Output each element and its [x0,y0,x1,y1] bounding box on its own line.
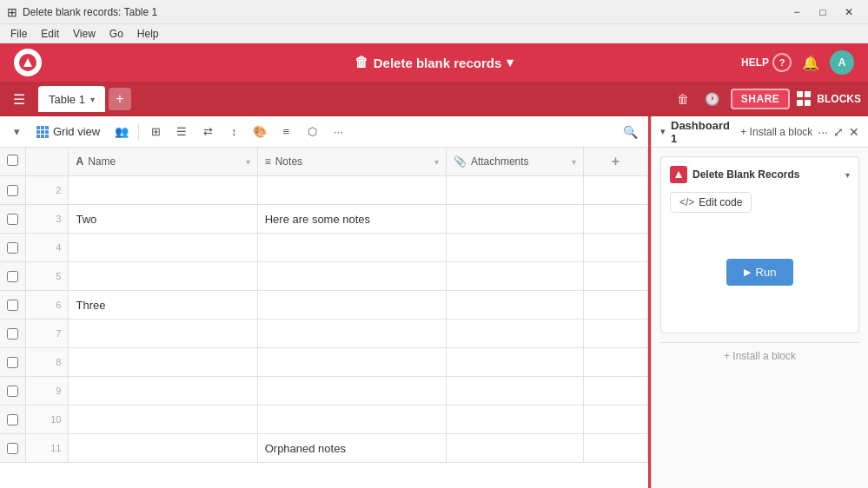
menu-help[interactable]: Help [130,26,166,42]
row-checkbox-cell[interactable] [0,348,26,377]
attachments-cell[interactable] [446,262,583,291]
title-dropdown-arrow[interactable]: ▾ [507,55,514,70]
group-button[interactable]: ⇄ [196,121,219,143]
tab-dropdown-arrow[interactable]: ▾ [90,95,95,104]
row-checkbox-cell[interactable] [0,234,26,262]
add-tab-button[interactable]: + [109,88,131,110]
notifications-bell-icon[interactable]: 🔔 [802,55,819,71]
attachments-cell[interactable] [446,434,583,463]
row-checkbox-cell[interactable] [0,320,26,348]
row-checkbox[interactable] [7,214,18,225]
row-checkbox-cell[interactable] [0,262,26,291]
notes-cell[interactable]: Orphaned notes [257,434,446,463]
minimize-button[interactable]: − [785,0,809,24]
block-dropdown-arrow[interactable]: ▾ [845,170,850,180]
row-checkbox[interactable] [7,357,18,368]
row-height-button[interactable]: ≡ [275,121,297,143]
notes-cell[interactable] [257,234,446,262]
attachments-cell[interactable] [446,377,583,406]
menu-file[interactable]: File [3,26,34,42]
blocks-button[interactable]: BLOCKS [797,91,861,107]
attachments-cell-content [447,377,583,405]
grid-view-button[interactable]: Grid view [30,122,107,141]
row-checkbox-cell[interactable] [0,291,26,320]
name-cell[interactable] [69,434,257,463]
row-checkbox[interactable] [7,443,18,454]
run-button[interactable]: ▶ Run [726,259,794,286]
add-view-button[interactable]: 👥 [110,121,133,143]
name-cell[interactable] [69,176,257,205]
sort-button[interactable]: ↕ [222,121,245,143]
notes-cell[interactable]: Here are some notes [257,205,446,234]
more-button[interactable]: ··· [327,121,349,143]
row-checkbox-cell[interactable] [0,176,26,205]
attachments-cell[interactable] [446,291,583,320]
menu-go[interactable]: Go [103,26,130,42]
name-cell[interactable] [69,406,257,434]
maximize-button[interactable]: □ [811,0,835,24]
notes-col-sort[interactable]: ▾ [434,157,439,167]
attachments-cell[interactable] [446,406,583,434]
attachments-cell[interactable] [446,348,583,377]
notes-cell[interactable] [257,348,446,377]
row-checkbox-cell[interactable] [0,377,26,406]
close-button[interactable]: ✕ [837,0,861,24]
sidebar-toggle-button[interactable]: ☰ [7,87,31,111]
notes-cell[interactable] [257,377,446,406]
row-checkbox-cell[interactable] [0,406,26,434]
row-checkbox[interactable] [7,185,18,196]
row-checkbox-cell[interactable] [0,205,26,234]
row-checkbox[interactable] [7,328,18,340]
help-button[interactable]: HELP ? [741,53,792,72]
table-tab[interactable]: Table 1 ▾ [38,86,105,112]
name-cell[interactable]: Two [69,205,257,234]
check-all-header[interactable] [0,148,26,176]
name-cell[interactable] [69,348,257,377]
notes-cell[interactable] [257,262,446,291]
check-all-checkbox[interactable] [7,155,18,166]
edit-code-button[interactable]: </> Edit code [670,192,752,213]
name-cell[interactable] [69,320,257,348]
avatar[interactable]: A [830,50,854,75]
row-checkbox[interactable] [7,386,18,397]
row-checkbox[interactable] [7,414,18,425]
row-checkbox[interactable] [7,271,18,282]
attachments-cell[interactable] [446,176,583,205]
install-more-block-button[interactable]: + Install a block [660,342,859,369]
attachments-col-sort[interactable]: ▾ [572,157,576,167]
delete-button[interactable]: 🗑 [672,88,694,110]
name-cell[interactable] [69,262,257,291]
notes-cell[interactable] [257,291,446,320]
install-block-button[interactable]: + Install a block [740,126,812,138]
panel-close-icon[interactable]: ✕ [849,125,859,139]
search-button[interactable]: 🔍 [619,121,641,143]
share-view-button[interactable]: ⬡ [301,121,323,143]
collapse-arrow-icon[interactable]: ▾ [660,126,666,137]
notes-cell[interactable] [257,176,446,205]
color-button[interactable]: 🎨 [248,121,271,143]
add-column-header[interactable]: + [583,148,647,176]
name-cell[interactable] [69,234,257,262]
row-checkbox[interactable] [7,242,18,254]
row-checkbox-cell[interactable] [0,434,26,463]
attachments-cell[interactable] [446,234,583,262]
filter-button[interactable]: ☰ [170,121,193,143]
menu-view[interactable]: View [66,26,103,42]
name-col-sort[interactable]: ▾ [246,157,250,167]
row-number: 7 [26,320,69,348]
view-toggle-button[interactable]: ▾ [7,122,26,142]
notes-cell[interactable] [257,320,446,348]
history-button[interactable]: 🕐 [701,88,724,110]
name-cell[interactable] [69,377,257,406]
name-cell[interactable]: Three [69,291,257,320]
notes-cell[interactable] [257,406,446,434]
panel-expand-icon[interactable]: ⤢ [833,125,844,139]
row-checkbox[interactable] [7,300,18,311]
attachments-cell[interactable] [446,205,583,234]
attachments-cell[interactable] [446,320,583,348]
panel-more-button[interactable]: ··· [818,125,828,139]
menu-edit[interactable]: Edit [34,26,66,42]
share-button[interactable]: SHARE [731,89,791,109]
add-column-button[interactable]: + [584,148,647,175]
hide-fields-button[interactable]: ⊞ [144,121,167,143]
